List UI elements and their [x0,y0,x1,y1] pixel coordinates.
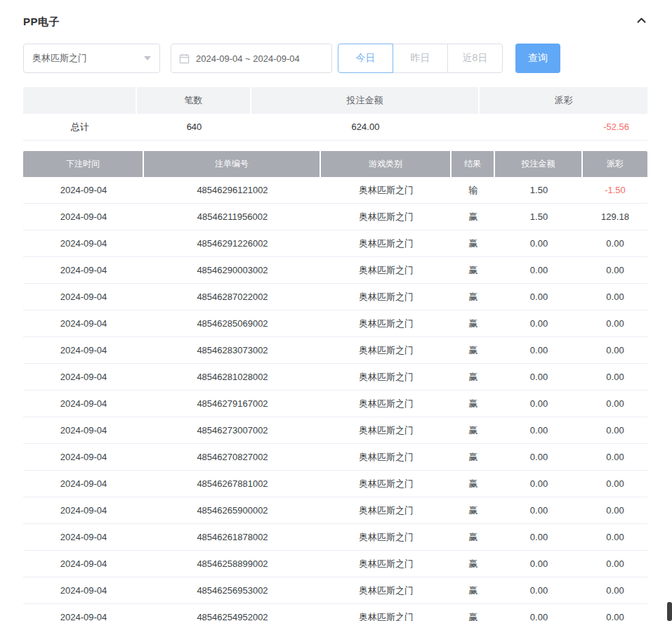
date-range-value: 2024-09-04 ~ 2024-09-04 [196,53,300,64]
game-select[interactable]: 奥林匹斯之门 [23,44,160,73]
summary-table: 笔数投注金额派彩 总计640624.00-52.56 [23,87,647,140]
scrollbar-thumb[interactable] [667,602,672,621]
payout-cell: 0.00 [583,310,647,337]
bet-time-cell: 2024-09-04 [23,497,144,524]
bet-time-cell: 2024-09-04 [23,604,144,621]
summary-bet-amount-cell: 624.00 [251,114,480,140]
bet-time-cell: 2024-09-04 [23,417,144,444]
quick-range-today-button[interactable]: 今日 [338,44,393,73]
payout-cell: 0.00 [583,364,647,391]
summary-header-cell [23,87,137,114]
game-type-cell: 奥林匹斯之门 [321,230,452,257]
payout-cell: 0.00 [583,230,647,257]
payout-cell: 0.00 [583,551,647,577]
quick-range-last8days-button[interactable]: 近8日 [447,44,503,73]
payout-cell: 0.00 [583,284,647,310]
result-cell: 赢 [452,471,495,497]
date-range-input[interactable]: 2024-09-04 ~ 2024-09-04 [171,44,332,73]
page-title: PP电子 [23,15,60,29]
bet-amount-cell: 0.00 [495,391,583,417]
table-row: 2024-09-0448546273007002奥林匹斯之门赢0.000.00 [23,417,647,444]
order-id-cell: 48546283073002 [144,337,321,364]
result-cell: 输 [452,177,495,204]
collapse-panel-button[interactable] [635,15,647,29]
bet-time-cell: 2024-09-04 [23,284,144,310]
bet-time-cell: 2024-09-04 [23,391,144,417]
summary-label-cell: 总计 [23,114,137,140]
table-row: 2024-09-0448546290003002奥林匹斯之门赢0.000.00 [23,257,647,284]
bet-time-cell: 2024-09-04 [23,471,144,497]
order-id-cell: 48546273007002 [144,417,321,444]
bet-time-cell: 2024-09-04 [23,177,144,204]
table-row: 2024-09-0448546265900002奥林匹斯之门赢0.000.00 [23,497,647,524]
bet-amount-cell: 0.00 [495,364,583,391]
filter-row: 奥林匹斯之门 2024-09-04 ~ 2024-09-04 今日 昨日 近8日… [23,44,647,73]
game-type-cell: 奥林匹斯之门 [321,337,452,364]
game-type-cell: 奥林匹斯之门 [321,551,452,577]
table-row: 2024-09-0448546267881002奥林匹斯之门赢0.000.00 [23,471,647,497]
order-id-cell: 48546258899002 [144,551,321,577]
table-row: 2024-09-0448546261878002奥林匹斯之门赢0.000.00 [23,524,647,551]
game-type-cell: 奥林匹斯之门 [321,391,452,417]
table-row: 2024-09-0448546281028002奥林匹斯之门赢0.000.00 [23,364,647,391]
order-id-cell: 48546256953002 [144,577,321,604]
game-type-cell: 奥林匹斯之门 [321,364,452,391]
table-row: 2024-09-0448546270827002奥林匹斯之门赢0.000.00 [23,444,647,471]
bet-amount-cell: 0.00 [495,257,583,284]
bet-amount-cell: 0.00 [495,551,583,577]
game-select-value: 奥林匹斯之门 [32,52,87,65]
table-header-cell: 注单编号 [144,151,321,177]
payout-cell: -1.50 [583,177,647,204]
game-type-cell: 奥林匹斯之门 [321,524,452,551]
table-row: 2024-09-0448546283073002奥林匹斯之门赢0.000.00 [23,337,647,364]
summary-payout-cell: -52.56 [480,114,647,140]
payout-cell: 0.00 [583,391,647,417]
bet-records-table: 下注时间注单编号游戏类别结果投注金额派彩 2024-09-04485462961… [23,151,647,621]
table-header-cell: 投注金额 [495,151,583,177]
bet-time-cell: 2024-09-04 [23,551,144,577]
order-id-cell: 48546270827002 [144,444,321,471]
game-type-cell: 奥林匹斯之门 [321,204,452,230]
table-header-cell: 派彩 [583,151,647,177]
table-row: 2024-09-0448546296121002奥林匹斯之门输1.50-1.50 [23,177,647,204]
bet-time-cell: 2024-09-04 [23,444,144,471]
bet-time-cell: 2024-09-04 [23,577,144,604]
quick-range-yesterday-button[interactable]: 昨日 [393,44,448,73]
result-cell: 赢 [452,524,495,551]
order-id-cell: 48546254952002 [144,604,321,621]
summary-header-cell: 投注金额 [251,87,480,114]
bet-amount-cell: 0.00 [495,471,583,497]
bet-time-cell: 2024-09-04 [23,337,144,364]
order-id-cell: 48546267881002 [144,471,321,497]
result-cell: 赢 [452,497,495,524]
table-row: 2024-09-0448546211956002奥林匹斯之门赢1.50129.1… [23,204,647,230]
summary-header-cell: 笔数 [137,87,251,114]
game-type-cell: 奥林匹斯之门 [321,257,452,284]
result-cell: 赢 [452,551,495,577]
panel-header: PP电子 [23,13,647,31]
bet-time-cell: 2024-09-04 [23,230,144,257]
payout-cell: 0.00 [583,497,647,524]
payout-cell: 0.00 [583,577,647,604]
search-button[interactable]: 查询 [515,44,560,73]
payout-cell: 0.00 [583,604,647,621]
payout-cell: 129.18 [583,204,647,230]
table-header-row: 下注时间注单编号游戏类别结果投注金额派彩 [23,151,647,177]
quick-range-group: 今日 昨日 近8日 [338,44,503,73]
bet-amount-cell: 0.00 [495,230,583,257]
table-row: 2024-09-0448546254952002奥林匹斯之门赢0.000.00 [23,604,647,621]
payout-cell: 0.00 [583,444,647,471]
order-id-cell: 48546285069002 [144,310,321,337]
table-header-cell: 游戏类别 [321,151,452,177]
game-type-cell: 奥林匹斯之门 [321,577,452,604]
result-cell: 赢 [452,417,495,444]
game-type-cell: 奥林匹斯之门 [321,284,452,310]
bet-amount-cell: 0.00 [495,604,583,621]
table-header-cell: 结果 [452,151,495,177]
bet-amount-cell: 0.00 [495,524,583,551]
result-cell: 赢 [452,444,495,471]
bet-amount-cell: 1.50 [495,204,583,230]
pp-electronics-panel: PP电子 奥林匹斯之门 2024-09-04 ~ 2024 [0,0,672,621]
bet-amount-cell: 0.00 [495,444,583,471]
payout-cell: 0.00 [583,417,647,444]
